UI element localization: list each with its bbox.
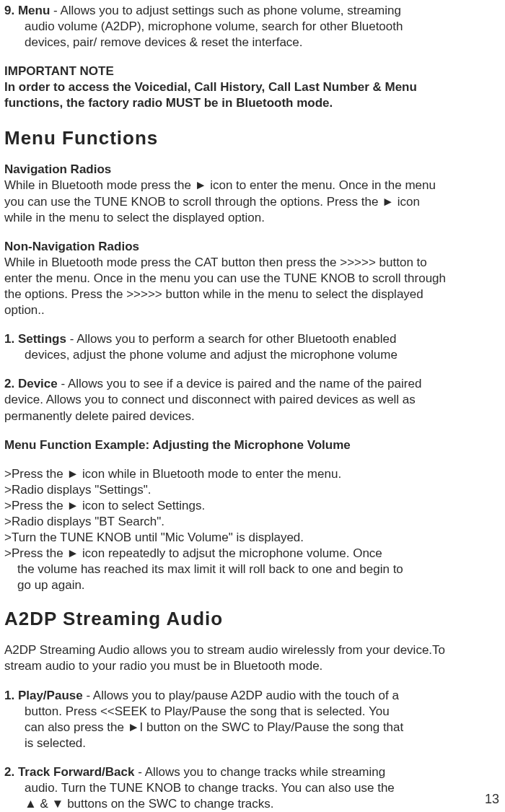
play-pause-line3: can also press the ►I button on the SWC … — [4, 720, 501, 735]
settings-line2: devices, adjust the phone volume and adj… — [4, 347, 501, 363]
device-line1: - Allows you to see if a device is paire… — [58, 377, 422, 390]
step-4: >Radio displays "BT Search". — [4, 514, 501, 530]
settings-item: 1. Settings - Allows you to perform a se… — [4, 331, 501, 363]
play-pause-line1: - Allows you to play/pause A2DP audio wi… — [83, 689, 399, 702]
step-3: >Press the ► icon to select Settings. — [4, 498, 501, 514]
menu-functions-heading: Menu Functions — [4, 126, 501, 151]
device-line2: device. Allows you to connect und discon… — [4, 392, 501, 408]
item9-text1: - Allows you to adjust settings such as … — [50, 4, 401, 17]
play-pause-line2: button. Press <<SEEK to Play/Pause the s… — [4, 704, 501, 720]
device-item: 2. Device - Allows you to see if a devic… — [4, 376, 501, 424]
a2dp-intro-line2: stream audio to your radio you must be i… — [4, 658, 501, 674]
nav-radios-line2: you can use the TUNE KNOB to scroll thro… — [4, 194, 501, 210]
step-5: >Turn the TUNE KNOB until "Mic Volume" i… — [4, 530, 501, 546]
non-nav-radios-line1: While in Bluetooth mode press the CAT bu… — [4, 255, 501, 271]
track-label: 2. Track Forward/Back — [4, 765, 134, 779]
nav-radios-heading: Navigation Radios — [4, 162, 501, 178]
non-nav-radios-line3: the options. Press the >>>>> button whil… — [4, 287, 501, 302]
a2dp-heading: A2DP Streaming Audio — [4, 607, 501, 632]
a2dp-intro-line1: A2DP Streaming Audio allows you to strea… — [4, 642, 501, 658]
settings-label: 1. Settings — [4, 332, 66, 346]
item9-text2: audio volume (A2DP), microphone volume, … — [4, 19, 501, 35]
step-6: >Press the ► icon repeatedly to adjsut t… — [4, 546, 501, 562]
non-navigation-radios-section: Non-Navigation Radios While in Bluetooth… — [4, 239, 501, 318]
step-1: >Press the ► icon while in Bluetooth mod… — [4, 466, 501, 482]
example-heading: Menu Function Example: Adjusting the Mic… — [4, 437, 501, 453]
step-2: >Radio displays "Settings". — [4, 482, 501, 498]
example-steps: >Press the ► icon while in Bluetooth mod… — [4, 466, 501, 594]
item9-label: 9. Menu — [4, 4, 50, 17]
device-label: 2. Device — [4, 377, 58, 390]
non-nav-radios-line2: enter the menu. Once in the menu you can… — [4, 271, 501, 287]
play-pause-line4: is selected. — [4, 735, 501, 751]
non-nav-radios-line4: option.. — [4, 302, 501, 318]
item9-text3: devices, pair/ remove devices & reset th… — [4, 35, 501, 51]
track-line2: audio. Turn the TUNE KNOB to change trac… — [4, 780, 501, 796]
nav-radios-line3: while in the menu to select the displaye… — [4, 210, 501, 226]
important-note-body2: functions, the factory radio MUST be in … — [4, 95, 501, 111]
device-line3: permanently delete paired devices. — [4, 409, 501, 424]
important-note-title: IMPORTANT NOTE — [4, 64, 501, 79]
non-nav-radios-heading: Non-Navigation Radios — [4, 239, 501, 255]
play-pause-item: 1. Play/Pause - Allows you to play/pause… — [4, 688, 501, 751]
a2dp-intro: A2DP Streaming Audio allows you to strea… — [4, 642, 501, 674]
step-6c: go up again. — [4, 577, 501, 593]
important-note: IMPORTANT NOTE In order to access the Vo… — [4, 64, 501, 111]
page-number: 13 — [485, 791, 499, 808]
navigation-radios-section: Navigation Radios While in Bluetooth mod… — [4, 162, 501, 225]
nav-radios-line1: While in Bluetooth mode press the ► icon… — [4, 178, 501, 193]
step-6b: the volume has reached its max limit it … — [4, 562, 501, 577]
settings-line1: - Allows you to perform a search for oth… — [66, 332, 396, 346]
track-line1: - Allows you to change tracks while stre… — [134, 765, 385, 779]
page-content: 9. Menu - Allows you to adjust settings … — [4, 3, 501, 812]
menu-item-9: 9. Menu - Allows you to adjust settings … — [4, 3, 501, 51]
track-line3: ▲ & ▼ buttons on the SWC to change track… — [4, 796, 501, 812]
track-item: 2. Track Forward/Back - Allows you to ch… — [4, 764, 501, 812]
important-note-body1: In order to access the Voicedial, Call H… — [4, 79, 501, 95]
play-pause-label: 1. Play/Pause — [4, 689, 83, 702]
